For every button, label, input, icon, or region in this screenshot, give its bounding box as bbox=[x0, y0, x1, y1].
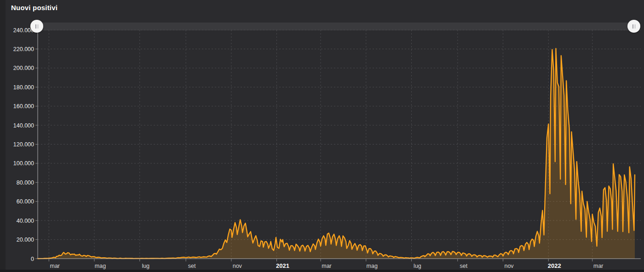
y-tick-label: 220.000 bbox=[13, 46, 34, 52]
x-month-label: mar bbox=[322, 263, 332, 269]
x-month-label: nov bbox=[233, 263, 242, 269]
y-tick-label: 0 bbox=[31, 256, 34, 262]
x-month-label: mag bbox=[95, 263, 106, 269]
y-tick-label: 80.000 bbox=[17, 179, 34, 186]
y-tick-label: 180.000 bbox=[13, 84, 34, 91]
x-month-label: mag bbox=[367, 263, 378, 269]
chart-panel: Nuovi positivi 020.00040.00060.00080.000… bbox=[0, 0, 644, 272]
y-tick-label: 40.000 bbox=[17, 218, 34, 224]
x-month-label: lug bbox=[142, 263, 150, 269]
y-tick-label: 160.000 bbox=[13, 103, 34, 110]
y-tick-label: 120.000 bbox=[13, 141, 34, 148]
page-bottom-edge bbox=[0, 270, 644, 272]
x-year-label: 2022 bbox=[548, 262, 561, 269]
drag-grip-icon bbox=[35, 24, 38, 29]
x-month-label: lug bbox=[414, 263, 421, 269]
x-month-label: set bbox=[188, 263, 196, 269]
x-month-label: set bbox=[460, 263, 467, 269]
range-slider-left-handle[interactable] bbox=[30, 20, 43, 33]
y-tick-label: 140.000 bbox=[13, 122, 34, 129]
x-month-label: mar bbox=[593, 263, 604, 269]
x-month-label: nov bbox=[504, 263, 514, 269]
x-year-label: 2021 bbox=[276, 262, 289, 269]
plot-area[interactable] bbox=[38, 30, 635, 259]
y-tick-label: 200.000 bbox=[13, 65, 34, 71]
y-tick-label: 20.000 bbox=[17, 237, 34, 243]
chart-canvas: 020.00040.00060.00080.000100.000120.0001… bbox=[0, 0, 644, 272]
y-tick-label: 60.000 bbox=[17, 198, 34, 205]
drag-grip-icon bbox=[632, 24, 635, 29]
range-slider-right-handle[interactable] bbox=[627, 20, 640, 33]
x-month-label: mar bbox=[50, 263, 60, 269]
y-tick-label: 100.000 bbox=[13, 160, 34, 167]
